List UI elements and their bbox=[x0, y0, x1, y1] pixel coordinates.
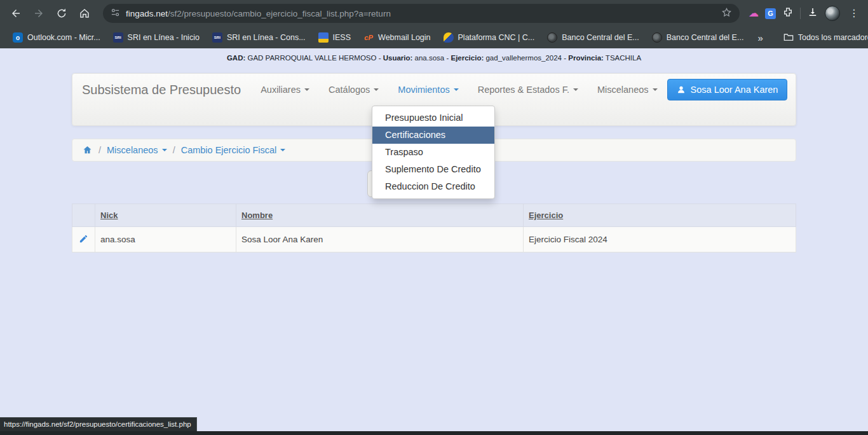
taskbar-edge bbox=[0, 431, 868, 435]
edit-pencil-icon[interactable] bbox=[79, 234, 88, 244]
breadcrumb-separator: / bbox=[98, 145, 101, 155]
site-info-icon[interactable] bbox=[111, 8, 120, 20]
bookmark-item[interactable]: Banco Central del E... bbox=[647, 30, 749, 45]
dropdown-item-certificaciones[interactable]: Certificaciones bbox=[372, 127, 494, 144]
dropdown-item-presupuesto-inicial[interactable]: Presupuesto Inicial bbox=[372, 109, 494, 127]
outlook-favicon: o bbox=[13, 32, 23, 43]
bookmark-item[interactable]: SRISRI en Línea - Cons... bbox=[207, 30, 311, 45]
nav-item-label: Miscelaneos bbox=[597, 85, 649, 95]
column-header-ejercicio[interactable]: Ejercicio bbox=[524, 204, 796, 227]
home-icon[interactable] bbox=[75, 4, 94, 23]
nav-item-label: Movimientos bbox=[398, 85, 449, 95]
nav-item-label: Auxiliares bbox=[261, 85, 301, 95]
bank-favicon bbox=[652, 32, 662, 43]
sri-favicon: SRI bbox=[212, 32, 222, 43]
bookmark-label: Plataforma CNC | C... bbox=[458, 33, 535, 42]
breadcrumb-link-cambio-ejercicio[interactable]: Cambio Ejercicio Fiscal bbox=[181, 145, 286, 155]
bookmark-label: SRI en Línea - Inicio bbox=[128, 33, 200, 42]
chevron-down-icon bbox=[653, 88, 658, 91]
bookmarks-overflow-chevron[interactable]: » bbox=[751, 32, 769, 43]
toolbar-separator bbox=[800, 8, 801, 19]
nav-item-label: Catálogos bbox=[329, 85, 370, 95]
bookmark-item[interactable]: Banco Central del E... bbox=[542, 30, 644, 45]
back-icon[interactable] bbox=[6, 4, 25, 23]
chevron-down-icon bbox=[374, 88, 379, 91]
bookmark-label: IESS bbox=[333, 33, 351, 42]
dropdown-item-reduccion-de-credito[interactable]: Reduccion De Credito bbox=[372, 178, 494, 195]
info-label: Provincia: bbox=[568, 54, 604, 62]
nav-item-auxiliares[interactable]: Auxiliares bbox=[251, 85, 319, 95]
url-bar[interactable]: fingads.net/sf2/presupuesto/cambio_ejerc… bbox=[103, 4, 740, 23]
column-header-actions bbox=[72, 204, 95, 227]
dropdown-item-traspaso[interactable]: Traspaso bbox=[372, 144, 494, 161]
bookmark-label: Outlook.com - Micr... bbox=[27, 33, 100, 42]
ejercicio-cell: Ejercicio Fiscal 2024 bbox=[524, 227, 796, 252]
session-info-bar: GAD: GAD PARROQUIAL VALLE HERMOSO - Usua… bbox=[0, 48, 868, 64]
info-value: GAD PARROQUIAL VALLE HERMOSO bbox=[245, 54, 376, 62]
bookmark-item[interactable]: SRISRI en Línea - Inicio bbox=[108, 30, 205, 45]
bookmark-item[interactable]: IESS bbox=[313, 30, 356, 45]
browser-menu-icon[interactable]: ⋮ bbox=[846, 8, 862, 18]
breadcrumb-separator: / bbox=[173, 145, 175, 155]
bookmark-label: Banco Central del E... bbox=[667, 33, 744, 42]
cnc-favicon bbox=[444, 32, 454, 43]
browser-toolbar: fingads.net/sf2/presupuesto/cambio_ejerc… bbox=[0, 0, 868, 27]
user-menu-button[interactable]: Sosa Loor Ana Karen bbox=[667, 79, 788, 100]
app-title: Subsistema de Presupuesto bbox=[82, 83, 241, 97]
user-name-label: Sosa Loor Ana Karen bbox=[691, 85, 778, 95]
nav-item-movimientos[interactable]: Movimientos bbox=[388, 85, 468, 95]
bookmark-label: SRI en Línea - Cons... bbox=[227, 33, 306, 42]
link-preview-status: https://fingads.net/sf2/presupuesto/cert… bbox=[0, 417, 197, 431]
all-bookmarks-label: Todos los marcadores bbox=[798, 33, 868, 42]
sri-favicon: SRI bbox=[113, 32, 123, 43]
bookmark-label: Webmail Login bbox=[378, 33, 430, 42]
translate-icon[interactable]: G bbox=[765, 8, 776, 19]
bookmarks-bar: oOutlook.com - Micr...SRISRI en Línea - … bbox=[0, 27, 868, 48]
info-value: gad_vallehermos_2024 bbox=[484, 54, 562, 62]
chevron-down-icon bbox=[573, 88, 578, 91]
cpanel-favicon: cP bbox=[363, 32, 374, 43]
column-header-nombre[interactable]: Nombre bbox=[236, 204, 524, 227]
forward-icon[interactable] bbox=[29, 4, 48, 23]
profile-avatar[interactable] bbox=[825, 6, 840, 21]
users-table: NickNombreEjercicio ana.sosaSosa Loor An… bbox=[72, 204, 796, 252]
chevron-down-icon bbox=[304, 88, 309, 91]
info-label: Usuario: bbox=[383, 54, 413, 62]
nombre-cell: Sosa Loor Ana Karen bbox=[236, 227, 524, 252]
extension-cloud-icon[interactable]: ☁ bbox=[749, 8, 759, 18]
user-icon bbox=[677, 85, 686, 94]
breadcrumb-link-miscelaneos[interactable]: Miscelaneos bbox=[107, 145, 167, 155]
column-header-nick[interactable]: Nick bbox=[95, 204, 236, 227]
bookmark-label: Banco Central del E... bbox=[562, 33, 639, 42]
info-value: ana.sosa bbox=[412, 54, 444, 62]
bookmark-star-icon[interactable] bbox=[721, 7, 732, 20]
movimientos-dropdown-menu: Presupuesto InicialCertificacionesTraspa… bbox=[372, 106, 495, 199]
bookmark-item[interactable]: cPWebmail Login bbox=[358, 30, 435, 45]
edit-cell[interactable] bbox=[72, 227, 95, 252]
reload-icon[interactable] bbox=[52, 4, 71, 23]
bank-favicon bbox=[547, 32, 557, 43]
nick-cell: ana.sosa bbox=[95, 227, 236, 252]
url-text: fingads.net/sf2/presupuesto/cambio_ejerc… bbox=[126, 9, 715, 18]
nav-item-label: Reportes & Estados F. bbox=[478, 85, 569, 95]
nav-item-miscelaneos[interactable]: Miscelaneos bbox=[588, 85, 667, 95]
nav-item-reportes-estados-f-[interactable]: Reportes & Estados F. bbox=[468, 85, 588, 95]
info-label: GAD: bbox=[227, 54, 245, 62]
breadcrumb-home-icon[interactable] bbox=[82, 145, 93, 155]
bookmark-item[interactable]: Plataforma CNC | C... bbox=[438, 30, 540, 45]
bookmark-item[interactable]: oOutlook.com - Micr... bbox=[8, 30, 105, 45]
info-value: TSACHILA bbox=[604, 54, 641, 62]
extensions-puzzle-icon[interactable] bbox=[782, 6, 794, 20]
folder-icon bbox=[783, 32, 794, 43]
chevron-down-icon bbox=[454, 88, 459, 91]
table-row: ana.sosaSosa Loor Ana KarenEjercicio Fis… bbox=[72, 227, 796, 252]
info-label: Ejercicio: bbox=[451, 54, 484, 62]
downloads-icon[interactable] bbox=[807, 6, 818, 20]
nav-item-cat-logos[interactable]: Catálogos bbox=[319, 85, 388, 95]
iess-favicon bbox=[318, 32, 329, 43]
dropdown-item-suplemento-de-credito[interactable]: Suplemento De Credito bbox=[372, 161, 494, 178]
all-bookmarks-button[interactable]: Todos los marcadores bbox=[778, 30, 868, 46]
